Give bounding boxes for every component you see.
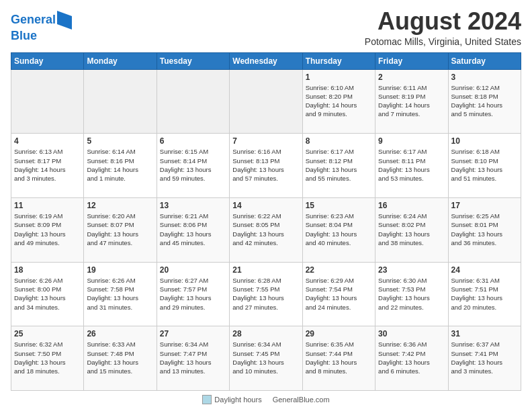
calendar-cell: 31Sunrise: 6:37 AM Sunset: 7:41 PM Dayli… bbox=[448, 326, 521, 391]
calendar-cell: 25Sunrise: 6:32 AM Sunset: 7:50 PM Dayli… bbox=[11, 326, 84, 391]
day-number: 27 bbox=[160, 329, 226, 338]
calendar-header-monday: Monday bbox=[84, 52, 157, 69]
calendar-cell: 6Sunrise: 6:15 AM Sunset: 8:14 PM Daylig… bbox=[157, 134, 229, 198]
day-number: 13 bbox=[160, 201, 226, 210]
legend-daylight-label: Daylight hours bbox=[214, 396, 261, 404]
day-number: 31 bbox=[451, 329, 518, 338]
day-number: 21 bbox=[232, 265, 299, 275]
calendar-cell: 8Sunrise: 6:17 AM Sunset: 8:12 PM Daylig… bbox=[302, 134, 375, 198]
day-number: 6 bbox=[160, 136, 226, 146]
day-info: Sunrise: 6:17 AM Sunset: 8:12 PM Dayligh… bbox=[306, 147, 372, 183]
day-info: Sunrise: 6:13 AM Sunset: 8:17 PM Dayligh… bbox=[14, 147, 81, 183]
day-info: Sunrise: 6:37 AM Sunset: 7:41 PM Dayligh… bbox=[451, 340, 518, 375]
calendar-cell bbox=[84, 69, 157, 134]
day-number: 30 bbox=[378, 329, 445, 338]
calendar-cell: 15Sunrise: 6:23 AM Sunset: 8:04 PM Dayli… bbox=[302, 197, 375, 262]
calendar-cell: 28Sunrise: 6:34 AM Sunset: 7:45 PM Dayli… bbox=[230, 326, 302, 391]
calendar-cell: 22Sunrise: 6:29 AM Sunset: 7:54 PM Dayli… bbox=[302, 262, 375, 326]
day-info: Sunrise: 6:19 AM Sunset: 8:09 PM Dayligh… bbox=[14, 212, 81, 247]
day-number: 20 bbox=[160, 265, 226, 275]
calendar-cell: 21Sunrise: 6:28 AM Sunset: 7:55 PM Dayli… bbox=[230, 262, 302, 326]
calendar-cell: 18Sunrise: 6:26 AM Sunset: 8:00 PM Dayli… bbox=[11, 262, 84, 326]
day-info: Sunrise: 6:34 AM Sunset: 7:45 PM Dayligh… bbox=[232, 340, 299, 375]
day-number: 10 bbox=[451, 136, 518, 146]
day-info: Sunrise: 6:11 AM Sunset: 8:19 PM Dayligh… bbox=[378, 83, 445, 119]
page: General Blue August 2024 Potomac Mills, … bbox=[0, 0, 532, 411]
day-info: Sunrise: 6:35 AM Sunset: 7:44 PM Dayligh… bbox=[306, 340, 372, 375]
calendar-cell: 19Sunrise: 6:26 AM Sunset: 7:58 PM Dayli… bbox=[84, 262, 157, 326]
day-info: Sunrise: 6:30 AM Sunset: 7:53 PM Dayligh… bbox=[378, 276, 445, 312]
powered-by: GeneralBlue.com bbox=[273, 396, 330, 404]
logo: General Blue bbox=[11, 11, 72, 43]
day-info: Sunrise: 6:29 AM Sunset: 7:54 PM Dayligh… bbox=[306, 276, 372, 312]
calendar-week-4: 18Sunrise: 6:26 AM Sunset: 8:00 PM Dayli… bbox=[11, 262, 521, 326]
calendar-header-friday: Friday bbox=[375, 52, 448, 69]
day-number: 25 bbox=[14, 329, 81, 338]
calendar-week-1: 1Sunrise: 6:10 AM Sunset: 8:20 PM Daylig… bbox=[11, 69, 521, 134]
day-number: 22 bbox=[306, 265, 372, 275]
calendar-cell: 24Sunrise: 6:31 AM Sunset: 7:51 PM Dayli… bbox=[448, 262, 521, 326]
day-info: Sunrise: 6:16 AM Sunset: 8:13 PM Dayligh… bbox=[232, 147, 299, 183]
calendar-header-thursday: Thursday bbox=[302, 52, 375, 69]
main-title: August 2024 bbox=[365, 8, 521, 35]
day-info: Sunrise: 6:23 AM Sunset: 8:04 PM Dayligh… bbox=[306, 212, 372, 247]
calendar-week-5: 25Sunrise: 6:32 AM Sunset: 7:50 PM Dayli… bbox=[11, 326, 521, 391]
day-info: Sunrise: 6:15 AM Sunset: 8:14 PM Dayligh… bbox=[160, 147, 226, 183]
day-number: 14 bbox=[232, 201, 299, 210]
day-number: 2 bbox=[378, 73, 445, 82]
calendar-cell: 17Sunrise: 6:25 AM Sunset: 8:01 PM Dayli… bbox=[448, 197, 521, 262]
calendar-week-2: 4Sunrise: 6:13 AM Sunset: 8:17 PM Daylig… bbox=[11, 134, 521, 198]
day-number: 24 bbox=[451, 265, 518, 275]
calendar-cell: 5Sunrise: 6:14 AM Sunset: 8:16 PM Daylig… bbox=[84, 134, 157, 198]
day-number: 16 bbox=[378, 201, 445, 210]
day-info: Sunrise: 6:25 AM Sunset: 8:01 PM Dayligh… bbox=[451, 212, 518, 247]
day-number: 1 bbox=[306, 73, 372, 82]
day-info: Sunrise: 6:28 AM Sunset: 7:55 PM Dayligh… bbox=[232, 276, 299, 312]
day-info: Sunrise: 6:12 AM Sunset: 8:18 PM Dayligh… bbox=[451, 83, 518, 119]
calendar-cell: 4Sunrise: 6:13 AM Sunset: 8:17 PM Daylig… bbox=[11, 134, 84, 198]
day-number: 18 bbox=[14, 265, 81, 275]
legend-daylight-box bbox=[202, 395, 212, 404]
day-number: 26 bbox=[87, 329, 153, 338]
calendar-cell: 9Sunrise: 6:17 AM Sunset: 8:11 PM Daylig… bbox=[375, 134, 448, 198]
calendar-cell: 20Sunrise: 6:27 AM Sunset: 7:57 PM Dayli… bbox=[157, 262, 229, 326]
day-number: 28 bbox=[232, 329, 299, 338]
calendar-cell bbox=[230, 69, 302, 134]
calendar-cell: 13Sunrise: 6:21 AM Sunset: 8:06 PM Dayli… bbox=[157, 197, 229, 262]
day-number: 23 bbox=[378, 265, 445, 275]
day-info: Sunrise: 6:34 AM Sunset: 7:47 PM Dayligh… bbox=[160, 340, 226, 375]
day-number: 9 bbox=[378, 136, 445, 146]
day-number: 7 bbox=[232, 136, 299, 146]
calendar-cell: 3Sunrise: 6:12 AM Sunset: 8:18 PM Daylig… bbox=[448, 69, 521, 134]
calendar-header-sunday: Sunday bbox=[11, 52, 84, 69]
calendar-cell: 10Sunrise: 6:18 AM Sunset: 8:10 PM Dayli… bbox=[448, 134, 521, 198]
day-number: 17 bbox=[451, 201, 518, 210]
calendar-cell: 29Sunrise: 6:35 AM Sunset: 7:44 PM Dayli… bbox=[302, 326, 375, 391]
calendar-cell: 14Sunrise: 6:22 AM Sunset: 8:05 PM Dayli… bbox=[230, 197, 302, 262]
day-info: Sunrise: 6:22 AM Sunset: 8:05 PM Dayligh… bbox=[232, 212, 299, 247]
day-info: Sunrise: 6:21 AM Sunset: 8:06 PM Dayligh… bbox=[160, 212, 226, 247]
day-number: 19 bbox=[87, 265, 153, 275]
day-info: Sunrise: 6:26 AM Sunset: 8:00 PM Dayligh… bbox=[14, 276, 81, 312]
day-number: 11 bbox=[14, 201, 81, 210]
svg-marker-0 bbox=[57, 11, 72, 30]
calendar-cell: 23Sunrise: 6:30 AM Sunset: 7:53 PM Dayli… bbox=[375, 262, 448, 326]
calendar-cell: 27Sunrise: 6:34 AM Sunset: 7:47 PM Dayli… bbox=[157, 326, 229, 391]
calendar-week-3: 11Sunrise: 6:19 AM Sunset: 8:09 PM Dayli… bbox=[11, 197, 521, 262]
calendar-header-row: SundayMondayTuesdayWednesdayThursdayFrid… bbox=[11, 52, 521, 69]
day-info: Sunrise: 6:33 AM Sunset: 7:48 PM Dayligh… bbox=[87, 340, 153, 375]
day-info: Sunrise: 6:31 AM Sunset: 7:51 PM Dayligh… bbox=[451, 276, 518, 312]
day-number: 8 bbox=[306, 136, 372, 146]
calendar-cell: 7Sunrise: 6:16 AM Sunset: 8:13 PM Daylig… bbox=[230, 134, 302, 198]
calendar-cell: 12Sunrise: 6:20 AM Sunset: 8:07 PM Dayli… bbox=[84, 197, 157, 262]
calendar-header-tuesday: Tuesday bbox=[157, 52, 229, 69]
calendar-cell bbox=[11, 69, 84, 134]
day-info: Sunrise: 6:32 AM Sunset: 7:50 PM Dayligh… bbox=[14, 340, 81, 375]
calendar-cell: 1Sunrise: 6:10 AM Sunset: 8:20 PM Daylig… bbox=[302, 69, 375, 134]
day-number: 15 bbox=[306, 201, 372, 210]
day-info: Sunrise: 6:17 AM Sunset: 8:11 PM Dayligh… bbox=[378, 147, 445, 183]
calendar-header-saturday: Saturday bbox=[448, 52, 521, 69]
day-info: Sunrise: 6:10 AM Sunset: 8:20 PM Dayligh… bbox=[306, 83, 372, 119]
day-info: Sunrise: 6:27 AM Sunset: 7:57 PM Dayligh… bbox=[160, 276, 226, 312]
logo-text-blue: Blue bbox=[11, 29, 37, 42]
